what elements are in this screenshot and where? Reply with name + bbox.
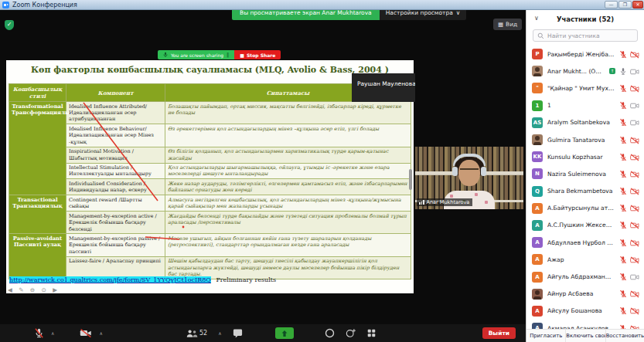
- video-off-icon: [630, 201, 639, 215]
- pause-share-icon[interactable]: ‖: [227, 52, 229, 58]
- unmute-self-button[interactable]: Включить свой звук: [565, 330, 605, 342]
- record-button[interactable]: [325, 328, 335, 338]
- video-off-icon: [630, 150, 639, 164]
- annotation-toolbar[interactable]: ◀ ✎ ⊖ ⊙ ▶: [8, 286, 60, 293]
- participant-row[interactable]: Q Shara Bekmambetova: [526, 183, 644, 200]
- participant-status-icons: [619, 235, 639, 250]
- video-name-label: Anar Mukhtarova: [417, 198, 472, 206]
- start-video-button[interactable]: [80, 328, 92, 338]
- description-cell: Болашақты пайымдап, ортақ миссия, мақсат…: [165, 102, 411, 124]
- avatar: [532, 66, 543, 76]
- video-icon: [630, 115, 639, 130]
- mic-muted-icon: [619, 81, 627, 96]
- mic-muted-icon: [619, 286, 627, 301]
- video-icon: [630, 64, 639, 79]
- invite-button[interactable]: Пригласить: [526, 330, 565, 342]
- participant-row[interactable]: N Nazira Suleimenova: [526, 165, 644, 182]
- mic-muted-icon: [619, 303, 627, 318]
- sharing-label: You are screen sharing: [171, 52, 223, 58]
- reactions-button[interactable]: [346, 328, 356, 338]
- survey-link[interactable]: http://warwick.co1.qualtrics.com/jfe/for…: [9, 276, 211, 283]
- video-panel-handle[interactable]: [409, 169, 412, 190]
- participant-row[interactable]: A Абдуллаев Нұрбол Қыдырали..: [526, 234, 644, 251]
- participant-status-icons: [619, 150, 639, 164]
- component-cell: Individualised Consideration / Индивидуа…: [66, 179, 165, 195]
- mic-options-chevron[interactable]: ∧: [51, 330, 54, 336]
- participant-name: А.С.Пушкин Жексенбі Әділет: [547, 222, 615, 229]
- participants-chevron[interactable]: ∧: [218, 330, 221, 336]
- headphone-cup: [481, 167, 486, 176]
- participant-name: Рақымберді Жеңібай (Я): [547, 51, 615, 58]
- leave-meeting-button[interactable]: Выйти: [482, 327, 516, 339]
- mic-muted-icon: [34, 327, 44, 339]
- video-off-icon: [630, 133, 639, 147]
- mlq-table-row: Passive-avoidantПассивті аулақManagement…: [9, 234, 411, 256]
- participants-button[interactable]: 52: [186, 329, 207, 338]
- participant-status-icons: ↑: [609, 64, 639, 79]
- mlq-table-body: TransformationalТрансформациялыкIdealise…: [9, 102, 411, 279]
- participants-panel: ∨ Участники (52) Найти участника Р Рақым…: [526, 10, 644, 342]
- participant-row[interactable]: Айнур Асбаева: [526, 286, 644, 303]
- person-glasses: [460, 168, 479, 173]
- window-titlebar: Zoom Конференция — ❐ ✕: [0, 0, 644, 10]
- video-off-icon: [630, 47, 639, 62]
- participant-row[interactable]: AS Aralym Soltanbekova: [526, 114, 644, 131]
- participant-status-icons: [619, 81, 639, 96]
- panel-collapse-chevron[interactable]: ∨: [534, 15, 539, 22]
- restore-order-button[interactable]: Восстановить с: [605, 330, 644, 342]
- participant-row[interactable]: " "Қайнар " Умит Муханбетжано..: [526, 80, 644, 97]
- leadership-style-cell: Passive-avoidantПассивті аулақ: [9, 234, 66, 279]
- unmute-mic-button[interactable]: [34, 327, 44, 339]
- maximize-button[interactable]: ❐: [618, 1, 632, 8]
- avatar: [532, 134, 543, 145]
- mic-muted-icon: [619, 252, 627, 267]
- description-cell: Жеке назар аударуды, тәлімгерлікті, өзге…: [165, 179, 411, 195]
- close-button[interactable]: ✕: [632, 1, 643, 8]
- participant-row[interactable]: A А.С.Пушкин Жексенбі Әділет: [526, 217, 644, 234]
- col-header-component: Компонент: [66, 84, 165, 102]
- participant-name: Aralym Soltanbekova: [547, 119, 615, 126]
- mlq-table-row: TransformationalТрансформациялыкIdealise…: [9, 102, 411, 124]
- participant-row[interactable]: Anar Mukht... (Организатор) ↑: [526, 63, 644, 80]
- share-screen-button[interactable]: [275, 327, 294, 339]
- col-header-style: Көшбасшылық стилі: [9, 84, 66, 102]
- avatar: A: [532, 272, 543, 283]
- participant-status-icons: [619, 286, 639, 301]
- security-shield-icon[interactable]: ✓: [5, 20, 14, 30]
- participant-name-popup: Раушан Мауленова: [352, 73, 415, 102]
- chat-icon: [233, 329, 243, 338]
- chat-button[interactable]: [233, 329, 243, 338]
- mlq-table-row: Intellectual Stimulation / Интеллектуалд…: [9, 163, 411, 179]
- participant-name: 1: [547, 102, 615, 109]
- participant-row[interactable]: Р Рақымберді Жеңібай (Я): [526, 46, 644, 63]
- apps-button[interactable]: [367, 329, 376, 337]
- participant-row[interactable]: A А.Байтурсынулы атындағы ОМ.: [526, 200, 644, 217]
- video-off-icon: [630, 235, 639, 250]
- participant-row[interactable]: A Айсулу Бошанова: [526, 303, 644, 320]
- stop-share-button[interactable]: ■ Stop Share: [234, 50, 281, 59]
- participant-row[interactable]: A Ажар: [526, 251, 644, 268]
- component-cell: Management-by-exception active / Ерекшел…: [66, 212, 165, 234]
- view-button[interactable]: ▦ Вид: [493, 19, 522, 30]
- participant-row[interactable]: A Айгуль Абдрахмановна: [526, 268, 644, 285]
- mlq-table: Көшбасшылық стилі Компонент Сипаттамасы …: [9, 83, 411, 279]
- participant-status-icons: [619, 184, 639, 198]
- participant-name: Shara Bekmambetova: [547, 188, 615, 195]
- participant-row[interactable]: 1 1: [526, 97, 644, 114]
- leadership-style-cell: TransformationalТрансформациялык: [9, 102, 66, 195]
- leadership-style-cell: TransactionalТранзакциялық: [9, 195, 66, 234]
- presenter-name: Anar Mukhtarova: [427, 199, 470, 205]
- participant-status-icons: [619, 133, 639, 147]
- grid-view-icon: ▦: [498, 21, 503, 28]
- participant-row[interactable]: Gulmira Tanatarova: [526, 131, 644, 148]
- participant-row[interactable]: KK Kunsulu Kopzhasar: [526, 148, 644, 165]
- participants-count: 52: [199, 330, 207, 337]
- minimize-button[interactable]: —: [605, 1, 618, 8]
- participant-search-input[interactable]: Найти участника: [533, 29, 638, 42]
- video-off-icon: [630, 286, 639, 301]
- presenter-video-thumbnail[interactable]: Anar Mukhtarova: [415, 147, 523, 209]
- video-options-chevron[interactable]: ∧: [99, 330, 102, 336]
- component-cell: Idealised Influence Attributed/ Идеализа…: [66, 102, 165, 124]
- search-icon: [537, 32, 544, 39]
- mic-muted-icon: [619, 150, 627, 164]
